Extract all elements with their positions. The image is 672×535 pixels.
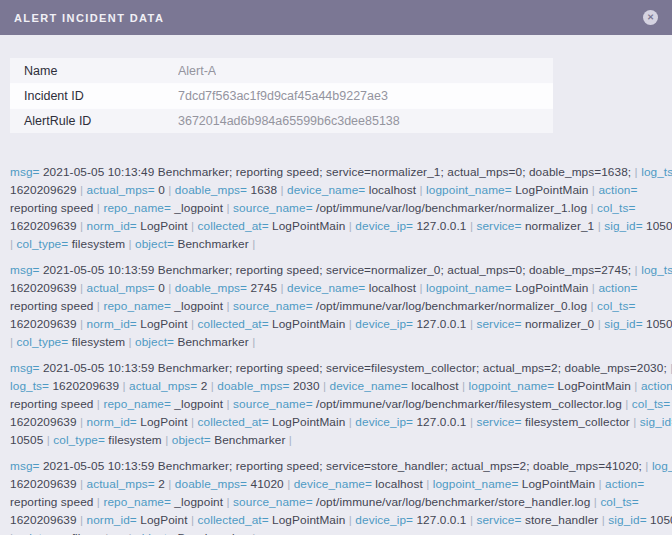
log-line: msg= 2021-05-05 10:13:59 Benchmarker; re… — [10, 261, 672, 279]
log-key: service= — [476, 317, 521, 331]
log-key: collected_at= — [198, 317, 269, 331]
log-separator: | — [77, 281, 87, 295]
log-value: 10505 — [643, 219, 672, 233]
log-value: localhost — [372, 477, 423, 491]
log-separator: | — [467, 513, 477, 527]
log-separator: | — [598, 513, 608, 527]
log-value: 2021-05-05 10:13:59 Benchmarker; reporti… — [40, 263, 632, 277]
log-key: msg= — [10, 263, 40, 277]
log-key: logpoint_name= — [469, 379, 555, 393]
log-value: filesystem — [68, 335, 125, 349]
close-button[interactable]: ✕ — [643, 10, 658, 25]
log-entry: msg= 2021-05-05 10:13:49 Benchmarker; re… — [10, 163, 672, 253]
log-key: sig_id= — [608, 513, 646, 527]
log-key: log_ts= — [10, 379, 49, 393]
log-separator: | — [125, 237, 135, 251]
log-line: 1620209639 | norm_id= LogPoint | collect… — [10, 217, 672, 235]
log-separator: | — [630, 415, 640, 429]
log-value: LogPoint — [137, 415, 188, 429]
log-key: doable_mps= — [175, 477, 247, 491]
log-separator: | — [77, 183, 87, 197]
log-value: filesystem — [68, 531, 125, 535]
log-key: device_name= — [287, 183, 365, 197]
info-label: Incident ID — [10, 89, 178, 103]
log-value: 2021-05-05 10:13:59 Benchmarker; reporti… — [40, 361, 667, 375]
log-line: 10505 | col_type= filesystem | object= B… — [10, 431, 672, 449]
log-separator: | — [284, 477, 294, 491]
log-value: 41020 — [247, 477, 284, 491]
log-key: norm_id= — [87, 513, 137, 527]
log-value: 127.0.0.1 — [413, 219, 466, 233]
log-value: Benchmarker — [174, 335, 249, 349]
log-separator: | — [595, 477, 605, 491]
log-key: col_type= — [17, 335, 69, 349]
info-value: 3672014ad6b984a65599b6c3dee85138 — [178, 114, 400, 128]
log-separator: | — [285, 433, 292, 447]
log-separator: | — [188, 317, 198, 331]
log-separator: | — [249, 531, 256, 535]
log-key: device_ip= — [355, 317, 413, 331]
log-key: device_ip= — [355, 219, 413, 233]
log-line: msg= 2021-05-05 10:13:49 Benchmarker; re… — [10, 163, 672, 181]
log-separator: | — [459, 379, 469, 393]
log-key: doable_mps= — [175, 183, 247, 197]
log-separator: | — [345, 415, 355, 429]
log-separator: | — [631, 263, 641, 277]
log-separator: | — [77, 219, 87, 233]
log-separator: | — [588, 183, 598, 197]
log-value: normalizer_1 — [522, 219, 595, 233]
log-value: 0 — [155, 281, 165, 295]
log-key: sig_id= — [604, 219, 642, 233]
log-key: device_name= — [330, 379, 408, 393]
log-value: 1620209639 — [10, 513, 77, 527]
log-separator: | — [165, 281, 175, 295]
log-value: LogPointMain — [269, 415, 346, 429]
log-line: log_ts= 1620209639 | actual_mps= 2 | doa… — [10, 377, 672, 395]
log-separator: | — [188, 219, 198, 233]
log-key: actual_mps= — [87, 281, 155, 295]
info-label: Name — [10, 64, 178, 78]
log-separator: | — [77, 317, 87, 331]
log-line: 1620209639 | norm_id= LogPoint | collect… — [10, 413, 672, 431]
log-value: _logpoint — [171, 201, 223, 215]
dialog-body: Name Alert-A Incident ID 7dcd7f563ac1f9d… — [0, 58, 672, 535]
log-separator: | — [467, 219, 477, 233]
log-value: normalizer_0 — [522, 317, 595, 331]
log-value: LogPointMain — [512, 281, 589, 295]
log-separator: | — [223, 201, 233, 215]
log-separator: | — [590, 495, 600, 509]
log-value: LogPointMain — [512, 183, 589, 197]
log-value: 1620209639 — [10, 477, 77, 491]
log-key: object= — [135, 335, 174, 349]
log-separator: | — [320, 379, 330, 393]
log-value: Benchmarker — [174, 531, 249, 535]
log-key: col_ts= — [597, 201, 635, 215]
log-value: filesystem_collector — [522, 415, 630, 429]
log-key: msg= — [10, 361, 40, 375]
log-value: localhost — [365, 281, 416, 295]
log-value: 127.0.0.1 — [413, 317, 466, 331]
log-separator: | — [223, 299, 233, 313]
log-key: msg= — [10, 165, 40, 179]
log-line: msg= 2021-05-05 10:13:59 Benchmarker; re… — [10, 359, 672, 377]
log-key: service= — [476, 415, 521, 429]
dialog-header: ALERT INCIDENT DATA ✕ — [0, 0, 672, 35]
log-key: service= — [476, 513, 521, 527]
log-key: device_name= — [294, 477, 372, 491]
info-row-alertrule-id: AlertRule ID 3672014ad6b984a65599b6c3dee… — [10, 108, 553, 133]
log-separator: | — [207, 379, 217, 393]
log-value: 2 — [155, 477, 165, 491]
log-separator: | — [467, 415, 477, 429]
log-value: 10505 — [647, 513, 672, 527]
log-key: object= — [135, 237, 174, 251]
log-separator: | — [594, 317, 604, 331]
log-key: col_ts= — [632, 397, 670, 411]
log-key: sig_id= — [640, 415, 672, 429]
log-value: 2021-05-05 10:13:49 Benchmarker; reporti… — [40, 165, 632, 179]
log-key: service= — [476, 219, 521, 233]
log-value: LogPointMain — [269, 317, 346, 331]
log-value: Benchmarker — [211, 433, 286, 447]
log-value: reporting speed — [10, 201, 93, 215]
log-line: | col_type= filesystem | object= Benchma… — [10, 529, 672, 535]
log-entry: msg= 2021-05-05 10:13:59 Benchmarker; re… — [10, 457, 672, 535]
